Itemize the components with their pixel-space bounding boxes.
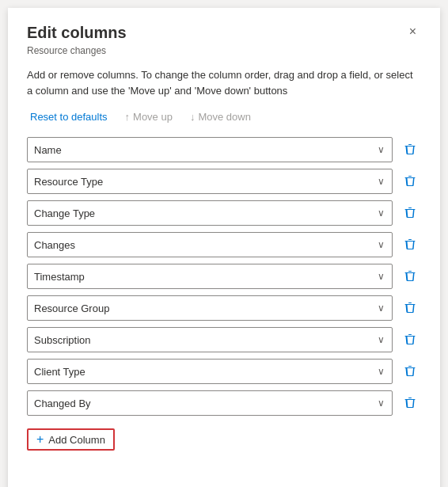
trash-icon bbox=[404, 333, 416, 346]
column-select[interactable]: NameResource TypeChange TypeChangesTimes… bbox=[27, 264, 393, 289]
move-up-button[interactable]: ↑ Move up bbox=[122, 109, 176, 124]
table-row: NameResource TypeChange TypeChangesTimes… bbox=[27, 137, 421, 162]
arrow-down-icon: ↓ bbox=[190, 111, 196, 123]
add-column-label: Add Column bbox=[48, 434, 105, 446]
trash-icon bbox=[404, 143, 416, 156]
dialog-description: Add or remove columns. To change the col… bbox=[27, 67, 421, 98]
column-select[interactable]: NameResource TypeChange TypeChangesTimes… bbox=[27, 327, 393, 352]
column-select[interactable]: NameResource TypeChange TypeChangesTimes… bbox=[27, 232, 393, 257]
close-button[interactable]: × bbox=[404, 24, 421, 40]
toolbar: Reset to defaults ↑ Move up ↓ Move down bbox=[27, 109, 421, 124]
table-row: NameResource TypeChange TypeChangesTimes… bbox=[27, 264, 421, 289]
trash-icon bbox=[404, 397, 416, 409]
delete-column-button[interactable] bbox=[399, 394, 421, 413]
column-select[interactable]: NameResource TypeChange TypeChangesTimes… bbox=[27, 200, 393, 226]
delete-column-button[interactable] bbox=[399, 267, 421, 286]
table-row: NameResource TypeChange TypeChangesTimes… bbox=[27, 295, 421, 321]
delete-column-button[interactable] bbox=[399, 172, 421, 191]
delete-column-button[interactable] bbox=[399, 204, 421, 223]
table-row: NameResource TypeChange TypeChangesTimes… bbox=[27, 327, 421, 352]
delete-column-button[interactable] bbox=[399, 299, 421, 318]
delete-column-button[interactable] bbox=[399, 235, 421, 254]
trash-icon bbox=[404, 302, 416, 314]
delete-column-button[interactable] bbox=[399, 140, 421, 159]
column-select[interactable]: NameResource TypeChange TypeChangesTimes… bbox=[27, 137, 393, 162]
table-row: NameResource TypeChange TypeChangesTimes… bbox=[27, 169, 421, 194]
table-row: NameResource TypeChange TypeChangesTimes… bbox=[27, 200, 421, 226]
delete-column-button[interactable] bbox=[399, 362, 421, 381]
column-select[interactable]: NameResource TypeChange TypeChangesTimes… bbox=[27, 359, 393, 384]
move-down-button[interactable]: ↓ Move down bbox=[187, 109, 254, 124]
trash-icon bbox=[404, 207, 416, 219]
column-select[interactable]: NameResource TypeChange TypeChangesTimes… bbox=[27, 169, 393, 194]
column-select[interactable]: NameResource TypeChange TypeChangesTimes… bbox=[27, 295, 393, 321]
trash-icon bbox=[404, 175, 416, 188]
columns-list: NameResource TypeChange TypeChangesTimes… bbox=[27, 137, 421, 416]
dialog-subtitle: Resource changes bbox=[27, 45, 421, 56]
table-row: NameResource TypeChange TypeChangesTimes… bbox=[27, 232, 421, 257]
column-select[interactable]: NameResource TypeChange TypeChangesTimes… bbox=[27, 390, 393, 416]
delete-column-button[interactable] bbox=[399, 330, 421, 349]
reset-defaults-button[interactable]: Reset to defaults bbox=[27, 109, 111, 124]
arrow-up-icon: ↑ bbox=[125, 111, 131, 123]
trash-icon bbox=[404, 238, 416, 251]
trash-icon bbox=[404, 365, 416, 378]
add-column-button[interactable]: + Add Column bbox=[27, 428, 115, 451]
trash-icon bbox=[404, 270, 416, 283]
dialog-header: Edit columns × bbox=[27, 24, 421, 42]
table-row: NameResource TypeChange TypeChangesTimes… bbox=[27, 390, 421, 416]
table-row: NameResource TypeChange TypeChangesTimes… bbox=[27, 359, 421, 384]
plus-icon: + bbox=[36, 433, 44, 446]
edit-columns-dialog: Edit columns × Resource changes Add or r… bbox=[8, 8, 440, 487]
dialog-title: Edit columns bbox=[27, 24, 127, 42]
